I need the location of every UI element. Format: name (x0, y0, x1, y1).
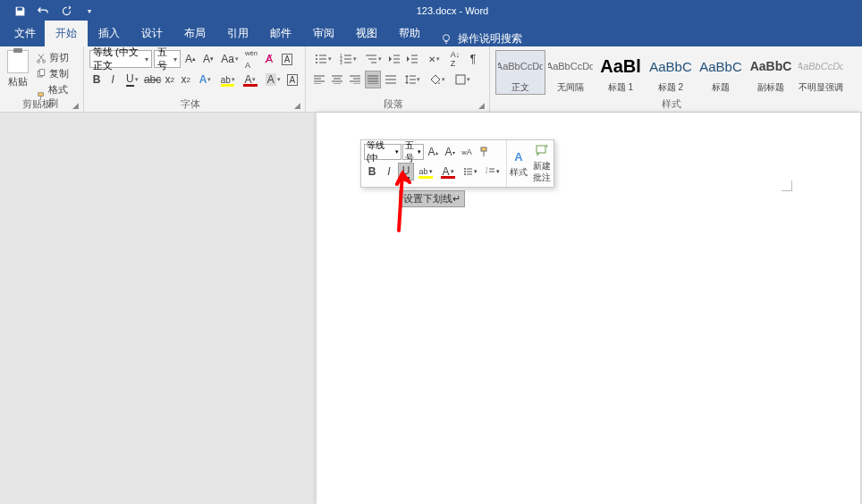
mini-styles-button[interactable]: A 样式 (507, 140, 530, 187)
bullets-button[interactable]: ▾ (311, 50, 334, 68)
strikethrough-button[interactable]: abc (145, 71, 161, 88)
tab-design[interactable]: 设计 (131, 21, 173, 46)
mini-font-size-combo[interactable]: 五号▾ (402, 144, 424, 160)
svg-text:+: + (545, 144, 548, 150)
mini-grow-font-button[interactable]: A▴ (425, 143, 441, 161)
mini-underline-button[interactable]: U (398, 163, 414, 181)
text-effects-button[interactable]: A▾ (195, 71, 216, 88)
shrink-font-button[interactable]: A▾ (200, 50, 216, 68)
paste-icon (7, 50, 29, 73)
mini-format-painter-button[interactable] (476, 143, 492, 161)
change-case-button[interactable]: Aa▾ (218, 50, 241, 68)
tell-me-search[interactable]: 操作说明搜索 (440, 31, 522, 46)
style-item-1[interactable]: AaBbCcDd无间隔 (545, 50, 596, 95)
style-item-6[interactable]: AaBbCcDd不明显强调 (796, 50, 846, 95)
align-right-button[interactable] (347, 71, 363, 88)
char-border-button[interactable]: A (285, 71, 300, 88)
qat-dropdown-icon[interactable]: ▾ (82, 4, 97, 18)
tab-view[interactable]: 视图 (345, 21, 388, 46)
style-item-0[interactable]: AaBbCcDd正文 (495, 50, 545, 95)
tab-home[interactable]: 开始 (45, 21, 88, 46)
tab-review[interactable]: 审阅 (302, 21, 345, 46)
group-paragraph: ▾ 123▾ ▾ ✕▾ A↓Z ¶ ▾ ▾ ▾ 段落 ◢ (306, 46, 490, 112)
font-color-button[interactable]: A▾ (240, 71, 260, 88)
group-label-paragraph: 段落 (306, 97, 480, 111)
font-launcher-icon[interactable]: ◢ (294, 101, 303, 110)
tab-layout[interactable]: 布局 (173, 21, 216, 46)
decrease-indent-button[interactable] (386, 50, 402, 68)
svg-point-54 (464, 171, 466, 172)
copy-button[interactable]: 复制 (34, 66, 78, 81)
group-font: 等线 (中文正文▾ 五号▾ A▴ A▾ Aa▾ wénA A̸ A B I U▾… (84, 46, 306, 112)
font-name-combo[interactable]: 等线 (中文正文▾ (89, 50, 152, 68)
redo-icon[interactable] (59, 4, 73, 18)
styles-gallery[interactable]: AaBbCcDd正文AaBbCcDd无间隔AaBl标题 1AaBbC标题 2Aa… (495, 50, 857, 95)
mini-phonetic-button[interactable]: wA (459, 143, 475, 161)
style-item-5[interactable]: AaBbC副标题 (746, 50, 796, 95)
clear-formatting-button[interactable]: A̸ (261, 50, 277, 68)
mini-font-color-button[interactable]: A▾ (437, 163, 459, 181)
svg-point-10 (316, 62, 317, 63)
mini-bold-button[interactable]: B (364, 163, 380, 181)
mini-numbering-button[interactable]: 12▾ (482, 163, 503, 181)
enclose-characters-button[interactable]: A (279, 50, 295, 68)
increase-indent-button[interactable] (404, 50, 420, 68)
svg-point-6 (316, 55, 317, 56)
group-clipboard: 粘贴 剪切 复制 格式刷 剪贴板 ◢ (0, 46, 84, 112)
mini-bullets-button[interactable]: ▾ (460, 163, 481, 181)
ribbon: 粘贴 剪切 复制 格式刷 剪贴板 ◢ 等线 (中文正文▾ (0, 46, 862, 113)
subscript-button[interactable]: x2 (163, 71, 177, 88)
align-left-button[interactable] (311, 71, 327, 88)
svg-point-52 (464, 168, 466, 170)
tab-help[interactable]: 帮助 (388, 21, 431, 46)
clipboard-launcher-icon[interactable]: ◢ (72, 101, 81, 110)
paragraph-launcher-icon[interactable]: ◢ (478, 101, 487, 110)
new-comment-icon: + (536, 144, 548, 158)
cut-button[interactable]: 剪切 (34, 50, 78, 65)
tab-references[interactable]: 引用 (216, 21, 259, 46)
sort-button[interactable]: A↓Z (447, 50, 463, 68)
mini-shrink-font-button[interactable]: A▾ (442, 143, 458, 161)
save-icon[interactable] (13, 4, 27, 18)
align-center-button[interactable] (329, 71, 345, 88)
shading-button[interactable]: ▾ (426, 71, 449, 88)
svg-text:3: 3 (340, 60, 342, 64)
bold-button[interactable]: B (89, 71, 104, 88)
ribbon-tabs: 文件 开始 插入 设计 布局 引用 邮件 审阅 视图 帮助 操作说明搜索 (0, 21, 862, 46)
italic-button[interactable]: I (106, 71, 120, 88)
mini-highlight-button[interactable]: ab▾ (415, 163, 436, 181)
multilevel-list-button[interactable]: ▾ (361, 50, 385, 68)
char-shading-button[interactable]: A▾ (263, 71, 283, 88)
distribute-button[interactable] (383, 71, 399, 88)
style-item-4[interactable]: AaBbC标题 (696, 50, 746, 95)
mini-italic-button[interactable]: I (381, 163, 397, 181)
numbering-button[interactable]: 123▾ (336, 50, 359, 68)
mini-font-name-combo[interactable]: 等线 (中▾ (364, 144, 401, 160)
grow-font-button[interactable]: A▴ (182, 50, 199, 68)
show-marks-button[interactable]: ¶ (465, 50, 481, 68)
font-size-combo[interactable]: 五号▾ (154, 50, 181, 68)
phonetic-guide-button[interactable]: wénA (243, 50, 259, 68)
group-label-clipboard: 剪贴板 (0, 97, 74, 111)
styles-icon: A (514, 150, 522, 164)
superscript-button[interactable]: x2 (179, 71, 193, 88)
highlight-button[interactable]: ab▾ (217, 71, 238, 88)
line-spacing-button[interactable]: ▾ (401, 71, 424, 88)
underline-button[interactable]: U▾ (122, 71, 142, 88)
tab-insert[interactable]: 插入 (88, 21, 131, 46)
borders-button[interactable]: ▾ (451, 71, 474, 88)
undo-icon[interactable] (36, 4, 50, 18)
style-item-3[interactable]: AaBbC标题 2 (646, 50, 696, 95)
mini-new-comment-button[interactable]: + 新建 批注 (530, 140, 554, 187)
svg-rect-51 (481, 147, 486, 151)
style-item-2[interactable]: AaBl标题 1 (596, 50, 646, 95)
tab-file[interactable]: 文件 (5, 21, 45, 46)
page-margin-mark (782, 181, 792, 191)
justify-button[interactable] (365, 71, 381, 88)
group-styles: AaBbCcDd正文AaBbCcDd无间隔AaBl标题 1AaBbC标题 2Aa… (490, 46, 862, 112)
svg-rect-5 (38, 93, 44, 96)
tab-mailings[interactable]: 邮件 (259, 21, 302, 46)
asian-layout-button[interactable]: ✕▾ (422, 50, 445, 68)
svg-point-8 (316, 58, 317, 60)
svg-text:2: 2 (486, 170, 488, 174)
